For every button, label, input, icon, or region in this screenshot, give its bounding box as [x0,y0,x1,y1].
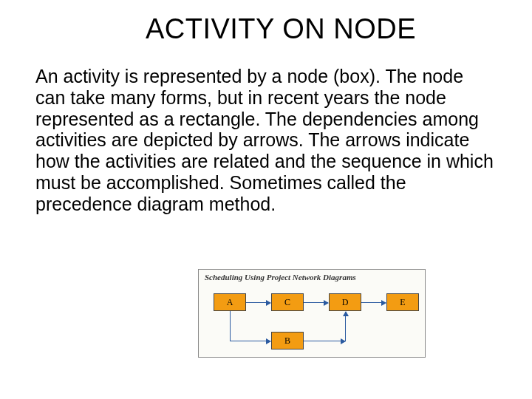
slide: ACTIVITY ON NODE An activity is represen… [0,0,532,399]
node-e: E [386,293,419,311]
diagram-container: Scheduling Using Project Network Diagram… [198,269,426,358]
slide-title: ACTIVITY ON NODE [35,13,497,45]
arrow-a-b-h [230,341,270,341]
arrow-d-e [361,302,386,303]
arrow-a-b-v [230,311,231,341]
node-d: D [329,293,361,311]
slide-body-text: An activity is represented by a node (bo… [35,66,497,214]
node-a: A [214,293,246,311]
arrow-b-d-h [304,341,345,341]
node-b: B [271,332,304,349]
node-c: C [271,293,304,311]
arrow-b-d-v [345,312,346,341]
network-diagram: Scheduling Using Project Network Diagram… [198,269,426,358]
arrow-c-d [304,302,328,303]
arrow-a-c [246,302,270,303]
diagram-caption: Scheduling Using Project Network Diagram… [205,273,356,282]
